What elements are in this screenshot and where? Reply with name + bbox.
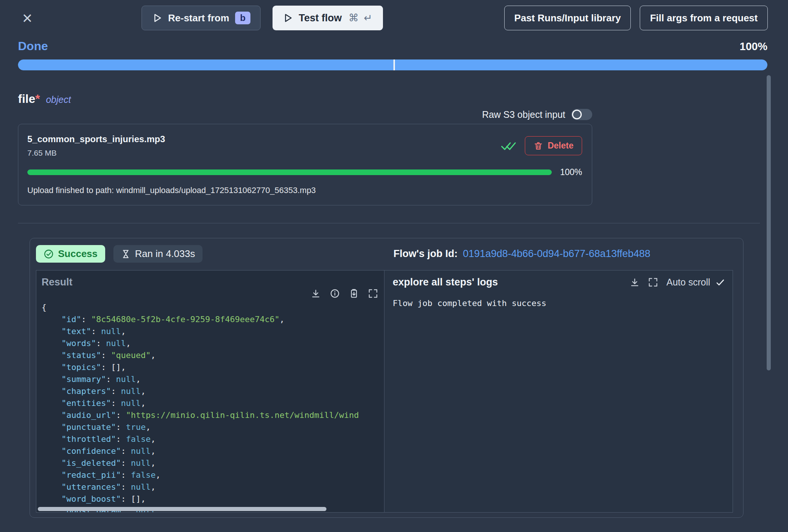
test-flow-label: Test flow [299,12,342,24]
test-flow-button[interactable]: Test flow ⌘ ↵ [273,6,383,30]
status-badge: Success [36,245,105,263]
download-icon[interactable] [630,277,640,287]
keyboard-shortcut: ⌘ ↵ [349,12,373,24]
expand-icon[interactable] [368,288,378,299]
duration-badge: Ran in 4.033s [113,245,203,263]
restart-from-button[interactable]: Re-start from b [142,6,261,30]
upload-status-text: Upload finished to path: windmill_upload… [27,186,582,195]
toggle-knob [572,110,582,119]
file-name: 5_common_sports_injuries.mp3 [27,134,165,144]
field-type: object [46,94,71,105]
file-upload-percent: 100% [560,167,582,177]
logs-panel: explore all steps' logs Auto scroll Flow… [384,270,733,512]
restart-step-badge: b [235,12,250,24]
job-id-label: Flow's job Id: [393,248,457,260]
section-divider [18,223,760,223]
job-id-link[interactable]: 0191a9d8-4b66-0d94-b677-68a13ffeb488 [463,248,650,260]
result-panel: Result { "id": "8c54680e-5f2b-4cfe-9259-… [36,270,384,512]
play-icon [152,12,163,24]
hourglass-icon [121,249,131,259]
fill-args-button[interactable]: Fill args from a request [640,6,768,30]
uploaded-file-card: 5_common_sports_injuries.mp3 7.65 MB Del… [18,124,592,205]
check-icon [715,278,725,287]
restart-from-label: Re-start from [168,12,229,24]
result-horizontal-scrollbar-thumb[interactable] [38,507,326,511]
double-check-icon [500,140,517,152]
circle-check-icon [43,249,54,259]
required-marker: * [35,92,40,106]
file-size: 7.65 MB [27,149,165,158]
flow-progress-bar [18,59,767,70]
logs-panel-title: explore all steps' logs [393,276,621,288]
flow-progress-section: Done 100% [0,39,788,70]
run-result-card: Success Ran in 4.033s Flow's job Id: 019… [30,238,743,518]
raw-s3-toggle-label: Raw S3 object input [482,109,565,120]
file-input-section: file* object Raw S3 object input 5_commo… [18,92,592,205]
info-icon[interactable] [330,288,340,299]
progress-fill [18,59,767,70]
progress-status-label: Done [18,39,48,53]
file-upload-progress-fill [27,169,552,175]
auto-scroll-label: Auto scroll [666,277,710,288]
expand-icon[interactable] [648,277,658,287]
duration-badge-label: Ran in 4.033s [135,248,195,260]
clipboard-copy-icon[interactable] [349,288,359,299]
raw-s3-toggle[interactable] [571,109,592,120]
auto-scroll-toggle[interactable]: Auto scroll [666,277,725,288]
status-badge-label: Success [58,248,98,260]
delete-file-button[interactable]: Delete [525,136,582,155]
download-icon[interactable] [311,288,321,299]
past-runs-button[interactable]: Past Runs/Input library [504,6,631,30]
result-json: { "id": "8c54680e-5f2b-4cfe-9259-8f469ee… [42,302,384,512]
field-name: file* [18,92,40,106]
page-vertical-scrollbar-thumb[interactable] [767,75,771,370]
play-icon [282,12,293,24]
log-text: Flow job completed with success [393,299,725,308]
progress-step-divider [393,59,395,70]
topbar: × Re-start from b Test flow ⌘ ↵ Past Run… [0,0,788,30]
close-button[interactable]: × [18,9,37,27]
result-panel-title: Result [42,276,384,288]
trash-icon [533,141,543,151]
file-upload-progress-bar [27,169,552,175]
delete-button-label: Delete [548,141,573,151]
progress-percent: 100% [740,40,767,53]
